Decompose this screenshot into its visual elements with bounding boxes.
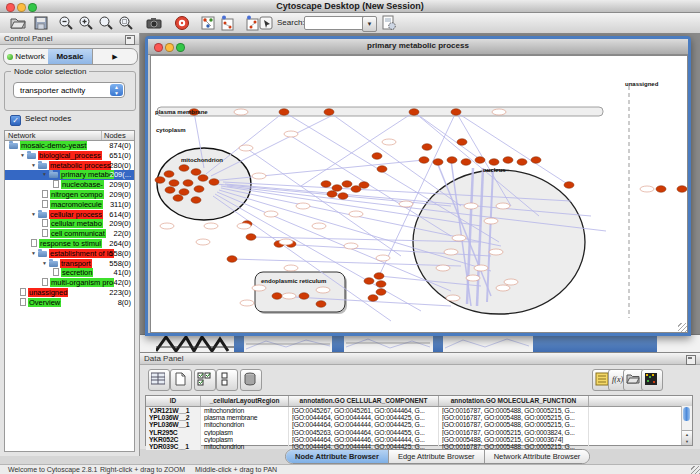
layout-nodes-1-icon[interactable] bbox=[219, 15, 235, 31]
tab-edge-attribute-browser[interactable]: Edge Attribute Browser bbox=[389, 450, 485, 463]
search-input[interactable] bbox=[304, 16, 366, 30]
table-row[interactable]: YJR121W__1mitochondrion[GO:0045267, GO:0… bbox=[146, 407, 692, 414]
tab-mosaic[interactable]: Mosaic bbox=[48, 49, 92, 64]
float-panel-icon[interactable] bbox=[686, 355, 696, 365]
table-cell: YKR052C bbox=[146, 436, 201, 443]
tree-row-node-count: 311(0) bbox=[110, 200, 131, 210]
expand-arrow-icon[interactable]: ▼ bbox=[42, 170, 49, 180]
float-panel-icon[interactable] bbox=[125, 35, 135, 45]
new-attribute-icon[interactable] bbox=[170, 369, 192, 391]
zoom-selected-region-icon[interactable] bbox=[118, 15, 134, 31]
tree-header-network[interactable]: Network bbox=[5, 131, 102, 140]
annotation-icon[interactable] bbox=[259, 16, 275, 32]
tree-row-cell-communicat[interactable]: cell communicat22(0) bbox=[5, 229, 134, 239]
open-file-icon[interactable] bbox=[10, 15, 26, 31]
resize-grip-icon[interactable] bbox=[678, 323, 687, 332]
node-color-dropdown[interactable]: transporter activity ▲▼ bbox=[13, 82, 125, 98]
table-row[interactable]: YKR052Ccytoplasm[GO:0044464, GO:0044446,… bbox=[146, 436, 692, 443]
node bbox=[179, 189, 189, 196]
table-cell bbox=[589, 421, 692, 428]
tree-row-primary-metabo[interactable]: ▼primary metabo209(... bbox=[5, 170, 134, 180]
tree-row-unassigned[interactable]: unassigned223(0) bbox=[5, 288, 134, 298]
help-lifering-icon[interactable] bbox=[174, 15, 190, 31]
tree-row-cellular-metabo[interactable]: cellular metabo209(0) bbox=[5, 219, 134, 229]
column-header-annotation-go-cellular-component[interactable]: annotation.GO CELLULAR_COMPONENT bbox=[289, 396, 439, 406]
column-header-filler[interactable] bbox=[589, 396, 692, 406]
scrollbar-arrows-icon[interactable]: ▲▼ bbox=[682, 430, 692, 445]
table-scrollbar[interactable]: ▲▼ bbox=[681, 406, 692, 445]
svg-text:f(x): f(x) bbox=[612, 375, 623, 384]
attribute-table-header[interactable]: ID_cellularLayoutRegionannotation.GO CEL… bbox=[146, 396, 692, 407]
scrollbar-thumb[interactable] bbox=[683, 407, 690, 421]
delete-attribute-icon[interactable] bbox=[240, 369, 262, 391]
table-row[interactable]: YLR295Ccytoplasm[GO:0045263, GO:0044464,… bbox=[146, 429, 692, 436]
network-overview-icon[interactable] bbox=[200, 15, 216, 31]
unselect-attributes-icon[interactable] bbox=[216, 369, 238, 391]
tree-row-label: establishment of lo bbox=[49, 249, 114, 258]
node bbox=[461, 159, 471, 166]
attribute-table: ID_cellularLayoutRegionannotation.GO CEL… bbox=[145, 395, 693, 446]
tree-row-metabolic-process[interactable]: ▼metabolic process280(0) bbox=[5, 161, 134, 171]
node bbox=[191, 197, 201, 204]
tree-row-label: nitrogen compo bbox=[50, 190, 104, 199]
tree-row-label: metabolic process bbox=[49, 161, 111, 170]
region-label: plasma membrane bbox=[155, 109, 208, 115]
table-cell: [GO:0016787, GO:0005488, GO:0005215, G..… bbox=[439, 407, 589, 414]
tree-header-nodes[interactable]: Nodes bbox=[102, 131, 134, 140]
table-cell: mitochondrion bbox=[201, 407, 289, 414]
expand-arrow-icon[interactable]: ▼ bbox=[31, 161, 38, 171]
column-header--cellularlayoutregion[interactable]: _cellularLayoutRegion bbox=[201, 396, 289, 406]
layout-nodes-2-icon[interactable] bbox=[244, 15, 260, 31]
tree-row-transport[interactable]: ▼transport558(0) bbox=[5, 259, 134, 269]
expand-arrow-icon[interactable]: ▼ bbox=[42, 259, 49, 269]
tree-row-mosaic-demo-yeast[interactable]: mosaic-demo-yeast874(0) bbox=[5, 141, 134, 151]
zoom-fit-icon[interactable] bbox=[98, 15, 114, 31]
expand-arrow-icon[interactable]: ▼ bbox=[31, 249, 38, 259]
tree-row-establishment-of-lo[interactable]: ▼establishment of lo558(0) bbox=[5, 249, 134, 259]
save-session-icon[interactable] bbox=[33, 15, 49, 31]
window-fragment bbox=[533, 335, 657, 352]
background-windows[interactable] bbox=[140, 334, 700, 352]
configure-search-icon[interactable] bbox=[381, 15, 397, 31]
tab-network-attribute-browser[interactable]: Network Attribute Browser bbox=[485, 450, 590, 463]
select-nodes-checkbox[interactable]: ✓ bbox=[10, 115, 21, 126]
tree-row-nitrogen-compo[interactable]: nitrogen compo209(0) bbox=[5, 190, 134, 200]
tree-row-macromolecule[interactable]: macromolecule311(0) bbox=[5, 200, 134, 210]
tree-row-response-to-stimul[interactable]: response to stimul264(0) bbox=[5, 239, 134, 249]
network-canvas[interactable]: plasma membranecytoplasmmitochondrionnuc… bbox=[150, 55, 688, 333]
tab-network[interactable]: Network bbox=[4, 49, 48, 64]
edge bbox=[211, 116, 331, 176]
tree-row-biological-process[interactable]: ▼biological_process651(0) bbox=[5, 151, 134, 161]
tree-row-label: unassigned bbox=[28, 288, 68, 297]
column-header-annotation-go-molecular-function[interactable]: annotation.GO MOLECULAR_FUNCTION bbox=[439, 396, 589, 406]
table-cell: mitochondrion bbox=[201, 421, 289, 428]
table-row[interactable]: YPL036W__1mitochondrion[GO:0044464, GO:0… bbox=[146, 421, 692, 428]
resize-grip-icon[interactable] bbox=[691, 466, 700, 474]
network-window-titlebar[interactable]: primary metabolic process bbox=[148, 39, 688, 55]
tab-node-attribute-browser[interactable]: Node Attribute Browser bbox=[286, 450, 389, 463]
expand-arrow-icon[interactable]: ▼ bbox=[20, 151, 27, 161]
zoom-out-icon[interactable] bbox=[58, 15, 74, 31]
node bbox=[422, 144, 432, 151]
snapshot-camera-icon[interactable] bbox=[146, 15, 162, 31]
tree-row-overview[interactable]: Overview8(0) bbox=[5, 298, 134, 308]
matrix-view-icon[interactable] bbox=[641, 369, 663, 391]
tree-row-label: transport bbox=[60, 259, 92, 268]
zoom-in-icon[interactable] bbox=[78, 15, 94, 31]
tree-row-nucleobase-[interactable]: nucleobase-209(0) bbox=[5, 180, 134, 190]
tree-row-secretion[interactable]: secretion41(0) bbox=[5, 268, 134, 278]
node-label-pill bbox=[312, 223, 326, 229]
table-row[interactable]: YPL036W__2plasma membrane[GO:0044464, GO… bbox=[146, 414, 692, 421]
tree-row-cellular-process[interactable]: ▼cellular process614(0) bbox=[5, 210, 134, 220]
select-attributes-icon[interactable] bbox=[194, 369, 216, 391]
column-header-id[interactable]: ID bbox=[146, 396, 201, 406]
network-window-title: primary metabolic process bbox=[148, 41, 688, 50]
node-label-pill bbox=[466, 275, 480, 281]
tabs-overflow-arrow-icon[interactable]: ▶ bbox=[92, 49, 137, 64]
expand-arrow-icon[interactable]: ▼ bbox=[31, 210, 38, 220]
network-tree-header: Network Nodes bbox=[4, 130, 135, 141]
window-fragment bbox=[433, 335, 443, 352]
attribute-table-icon[interactable] bbox=[148, 369, 170, 391]
search-dropdown-icon[interactable]: ▼ bbox=[362, 16, 377, 32]
tree-row-multi-organism-pro[interactable]: multi-organism pro42(0) bbox=[5, 278, 134, 288]
